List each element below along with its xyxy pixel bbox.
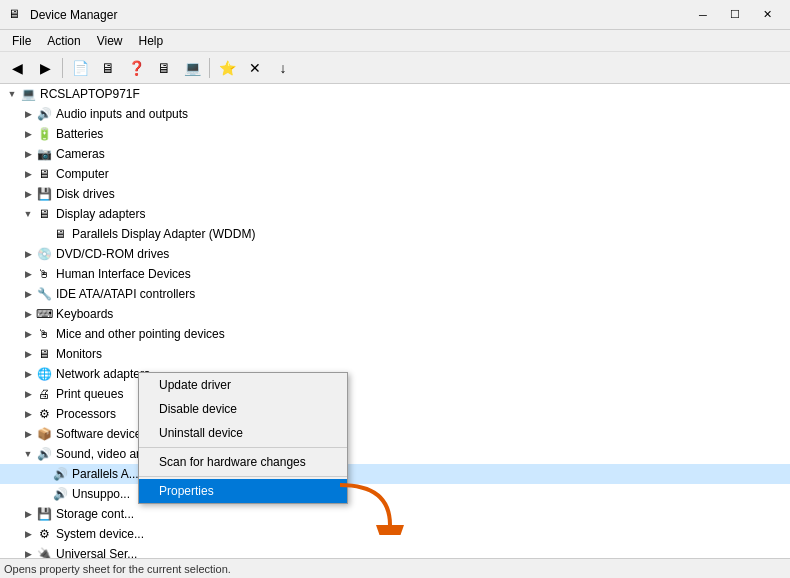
icon-processors: ⚙ — [36, 406, 52, 422]
tree-item-cameras[interactable]: ▶ 📷 Cameras — [0, 144, 790, 164]
tree-item-computer[interactable]: ▶ 🖥 Computer — [0, 164, 790, 184]
label-hid: Human Interface Devices — [56, 267, 191, 281]
icon-hid: 🖱 — [36, 266, 52, 282]
tree-item-print[interactable]: ▶ 🖨 Print queues — [0, 384, 790, 404]
label-print: Print queues — [56, 387, 123, 401]
icon-computer: 🖥 — [36, 166, 52, 182]
tree-item-dvd[interactable]: ▶ 💿 DVD/CD-ROM drives — [0, 244, 790, 264]
forward-button[interactable]: ▶ — [32, 55, 58, 81]
tree-item-ide[interactable]: ▶ 🔧 IDE ATA/ATAPI controllers — [0, 284, 790, 304]
tree-item-unsupported[interactable]: 🔊 Unsuppo... — [0, 484, 790, 504]
tree-item-network[interactable]: ▶ 🌐 Network adapters — [0, 364, 790, 384]
tree-item-diskdrives[interactable]: ▶ 💾 Disk drives — [0, 184, 790, 204]
expand-icon-ide: ▶ — [20, 286, 36, 302]
toolbar-separator-1 — [62, 58, 63, 78]
star-button[interactable]: ⭐ — [214, 55, 240, 81]
expand-icon-batteries: ▶ — [20, 126, 36, 142]
label-system: System device... — [56, 527, 144, 541]
menu-item-help[interactable]: Help — [131, 32, 172, 50]
uninstall-toolbar-button[interactable]: ✕ — [242, 55, 268, 81]
expand-icon-parallels-display — [36, 226, 52, 242]
label-storage: Storage cont... — [56, 507, 134, 521]
icon-display: 🖥 — [36, 206, 52, 222]
ctx-separator-1 — [139, 447, 347, 448]
title-bar-controls: ─ ☐ ✕ — [688, 5, 782, 25]
tree-item-batteries[interactable]: ▶ 🔋 Batteries — [0, 124, 790, 144]
ctx-update-driver[interactable]: Update driver — [139, 373, 347, 397]
icon-audio: 🔊 — [36, 106, 52, 122]
menu-item-action[interactable]: Action — [39, 32, 88, 50]
tree-item-sound[interactable]: ▼ 🔊 Sound, video and game controllers — [0, 444, 790, 464]
menu-item-file[interactable]: File — [4, 32, 39, 50]
toolbar-separator-2 — [209, 58, 210, 78]
label-parallels-display: Parallels Display Adapter (WDDM) — [72, 227, 255, 241]
label-audio: Audio inputs and outputs — [56, 107, 188, 121]
label-batteries: Batteries — [56, 127, 103, 141]
tree-item-monitors[interactable]: ▶ 🖥 Monitors — [0, 344, 790, 364]
ctx-uninstall-device[interactable]: Uninstall device — [139, 421, 347, 445]
icon-parallels-display: 🖥 — [52, 226, 68, 242]
device-manager-button[interactable]: 🖥 — [95, 55, 121, 81]
expand-icon-diskdrives: ▶ — [20, 186, 36, 202]
title-bar-title: Device Manager — [30, 8, 117, 22]
label-universal: Universal Ser... — [56, 547, 137, 558]
icon-network: 🌐 — [36, 366, 52, 382]
back-button[interactable]: ◀ — [4, 55, 30, 81]
tree-item-parallels-display[interactable]: 🖥 Parallels Display Adapter (WDDM) — [0, 224, 790, 244]
status-bar: Opens property sheet for the current sel… — [0, 558, 790, 578]
tree-item-processors[interactable]: ▶ ⚙ Processors — [0, 404, 790, 424]
label-network: Network adapters — [56, 367, 150, 381]
expand-icon-hid: ▶ — [20, 266, 36, 282]
tree-item-software[interactable]: ▶ 📦 Software devices — [0, 424, 790, 444]
ctx-disable-device[interactable]: Disable device — [139, 397, 347, 421]
icon-unsupported: 🔊 — [52, 486, 68, 502]
scan-toolbar-button[interactable]: ↓ — [270, 55, 296, 81]
tree-item-display[interactable]: ▼ 🖥 Display adapters — [0, 204, 790, 224]
tree-item-system[interactable]: ▶ ⚙ System device... — [0, 524, 790, 544]
tree-item-mice[interactable]: ▶ 🖱 Mice and other pointing devices — [0, 324, 790, 344]
tree-item-parallels-audio[interactable]: 🔊 Parallels A... — [0, 464, 790, 484]
expand-icon-display: ▼ — [20, 206, 36, 222]
expand-icon-print: ▶ — [20, 386, 36, 402]
icon-ide: 🔧 — [36, 286, 52, 302]
toolbar: ◀ ▶ 📄 🖥 ❓ 🖥 💻 ⭐ ✕ ↓ — [0, 52, 790, 84]
app-icon: 🖥 — [8, 7, 24, 23]
label-root: RCSLAPTOP971F — [40, 87, 140, 101]
expand-icon-computer: ▶ — [20, 166, 36, 182]
tree-item-storage[interactable]: ▶ 💾 Storage cont... — [0, 504, 790, 524]
ctx-scan-hardware[interactable]: Scan for hardware changes — [139, 450, 347, 474]
icon-dvd: 💿 — [36, 246, 52, 262]
expand-icon-system: ▶ — [20, 526, 36, 542]
icon-storage: 💾 — [36, 506, 52, 522]
tree-item-root[interactable]: ▼ 💻 RCSLAPTOP971F — [0, 84, 790, 104]
label-ide: IDE ATA/ATAPI controllers — [56, 287, 195, 301]
label-diskdrives: Disk drives — [56, 187, 115, 201]
close-button[interactable]: ✕ — [752, 5, 782, 25]
expand-icon-unsupported — [36, 486, 52, 502]
help-button[interactable]: ❓ — [123, 55, 149, 81]
minimize-button[interactable]: ─ — [688, 5, 718, 25]
context-menu: Update driver Disable device Uninstall d… — [138, 372, 348, 504]
ctx-properties[interactable]: Properties — [139, 479, 347, 503]
icon-keyboards: ⌨ — [36, 306, 52, 322]
label-unsupported: Unsuppo... — [72, 487, 130, 501]
expand-icon-storage: ▶ — [20, 506, 36, 522]
properties-toolbar-button[interactable]: 📄 — [67, 55, 93, 81]
tree-item-hid[interactable]: ▶ 🖱 Human Interface Devices — [0, 264, 790, 284]
icon-universal: 🔌 — [36, 546, 52, 558]
maximize-button[interactable]: ☐ — [720, 5, 750, 25]
tree-panel[interactable]: ▼ 💻 RCSLAPTOP971F ▶ 🔊 Audio inputs and o… — [0, 84, 790, 558]
expand-icon-processors: ▶ — [20, 406, 36, 422]
expand-icon-dvd: ▶ — [20, 246, 36, 262]
icon-software: 📦 — [36, 426, 52, 442]
icon-root: 💻 — [20, 86, 36, 102]
tree-item-keyboards[interactable]: ▶ ⌨ Keyboards — [0, 304, 790, 324]
expand-icon-root: ▼ — [4, 86, 20, 102]
tree-item-universal[interactable]: ▶ 🔌 Universal Ser... — [0, 544, 790, 558]
menu-item-view[interactable]: View — [89, 32, 131, 50]
expand-icon-software: ▶ — [20, 426, 36, 442]
tree-item-audio[interactable]: ▶ 🔊 Audio inputs and outputs — [0, 104, 790, 124]
add-driver-button[interactable]: 💻 — [179, 55, 205, 81]
scan-button[interactable]: 🖥 — [151, 55, 177, 81]
label-cameras: Cameras — [56, 147, 105, 161]
